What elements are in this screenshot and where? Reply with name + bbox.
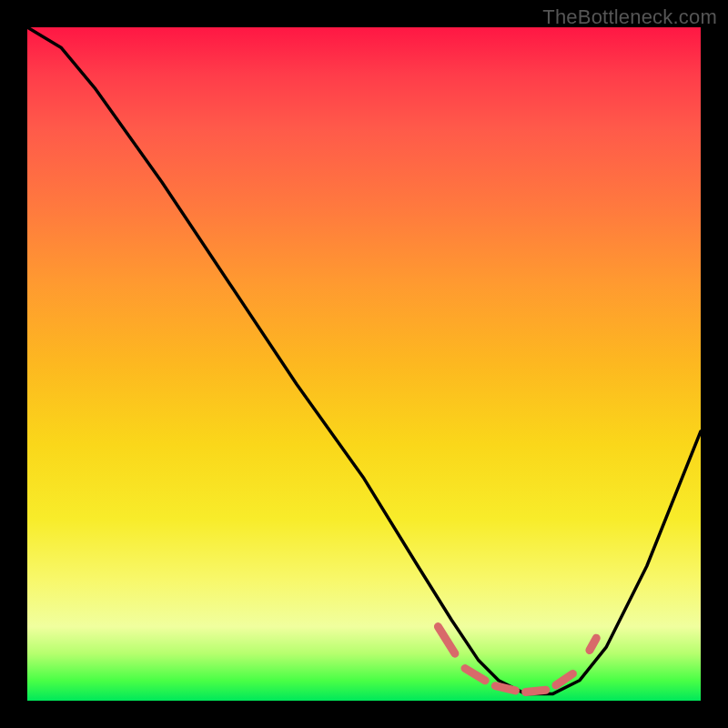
- plot-gradient-background: [27, 27, 701, 701]
- chart-container: TheBottleneck.com: [0, 0, 728, 728]
- watermark-text: TheBottleneck.com: [542, 5, 717, 29]
